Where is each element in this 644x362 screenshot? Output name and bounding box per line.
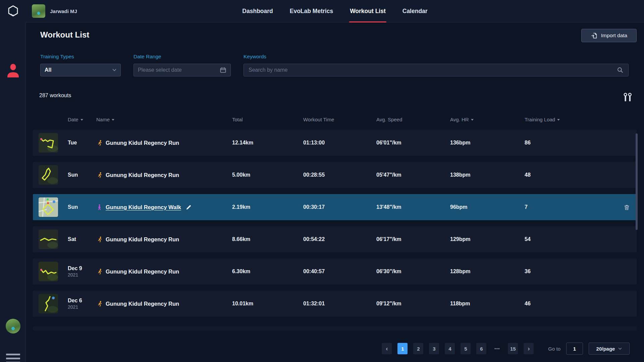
column-label: Total [232,117,243,122]
workout-name-link[interactable]: Gunung Kidul Regency Run [106,301,179,307]
top-nav: DashboardEvoLab MetricsWorkout ListCalen… [242,0,427,22]
name-cell: Gunung Kidul Regency Walk [96,204,232,210]
date-range-picker[interactable] [133,64,231,76]
import-label: Import data [601,33,627,39]
name-cell: Gunung Kidul Regency Run [96,301,232,307]
nav-tab-dashboard[interactable]: Dashboard [242,0,273,22]
table-row[interactable]: Sat Gunung Kidul Regency Run 8.66km 00:5… [33,226,637,252]
import-data-button[interactable]: Import data [581,29,637,42]
column-settings-button[interactable] [621,92,634,103]
athlete-profile-icon[interactable] [6,63,20,79]
run-icon [96,236,103,243]
workout-time: 00:54:22 [303,236,376,242]
chevron-down-icon [618,348,622,350]
total-distance: 12.14km [232,140,303,146]
run-icon [96,301,103,307]
user-avatar [32,4,45,18]
pagination-ellipsis[interactable]: ••• [492,346,502,351]
workout-time: 00:40:57 [303,268,376,275]
page-button-5[interactable]: 5 [461,343,471,354]
run-icon [96,140,103,146]
column-label: Training Load [525,117,555,122]
date-cell: Tue [68,140,96,146]
thumbnail-cell [39,165,68,185]
column-header-name[interactable]: Name [96,117,232,122]
page-button-15[interactable]: 15 [508,343,518,354]
prev-page-button[interactable]: ‹ [382,343,392,354]
brand-logo[interactable] [0,0,26,22]
keywords-search[interactable] [244,64,629,76]
workout-date: Sun [68,172,96,178]
page-button-6[interactable]: 6 [476,343,486,354]
training-load: 7 [525,204,616,210]
workout-name-link[interactable]: Gunung Kidul Regency Run [106,140,179,146]
next-page-button[interactable]: › [524,343,534,354]
edit-pencil-icon[interactable] [185,204,192,210]
table-row[interactable]: Sun Gunung Kidul Regency Walk 2.19km 00:… [33,194,637,220]
avg-speed: 05'47"/km [376,172,450,178]
workout-name-link[interactable]: Gunung Kidul Regency Run [106,172,179,178]
route-map-thumbnail[interactable] [39,165,58,185]
sort-caret-icon[interactable] [112,119,114,121]
total-distance: 10.01km [232,301,303,307]
table-row[interactable]: Sun Gunung Kidul Regency Run 5.00km 00:2… [33,162,637,188]
training-types-select[interactable]: All [40,64,121,76]
workout-name-link[interactable]: Gunung Kidul Regency Run [106,268,179,275]
goto-page-input[interactable] [566,343,583,355]
walk-icon [96,204,103,210]
delete-trash-icon[interactable] [623,204,630,211]
route-map-thumbnail[interactable] [39,133,58,153]
sort-caret-icon[interactable] [471,119,474,121]
table-row[interactable]: Dec 6 2021 Gunung Kidul Regency Run 10.0… [33,291,637,317]
route-map-thumbnail[interactable] [39,230,58,249]
column-header-avg-hr[interactable]: Avg. HR [450,117,525,122]
sort-caret-icon[interactable] [557,119,560,121]
total-distance: 5.00km [232,172,303,178]
run-icon [96,172,103,178]
nav-tab-calendar[interactable]: Calendar [402,0,428,22]
avg-hr: 138bpm [450,172,525,178]
name-cell: Gunung Kidul Regency Run [96,236,232,243]
route-map-thumbnail[interactable] [39,197,58,217]
sidebar-user-avatar[interactable] [6,319,20,334]
nav-tab-workout-list[interactable]: Workout List [350,0,386,22]
pagination: ‹123456•••15› Go to 20/page [33,343,630,355]
table-row[interactable]: Tue Gunung Kidul Regency Run 12.14km 01:… [33,130,637,156]
workout-name-link[interactable]: Gunung Kidul Regency Walk [106,204,181,210]
search-input[interactable] [249,67,617,73]
sort-caret-icon[interactable] [80,119,83,121]
training-load: 54 [525,236,616,242]
column-label: Avg. HR [450,117,469,122]
page-button-2[interactable]: 2 [413,343,423,354]
workout-date: Tue [68,140,96,146]
thumbnail-cell [39,197,68,217]
date-range-input[interactable] [138,67,220,73]
workout-table: DateNameTotalWorkout TimeAvg. SpeedAvg. … [33,109,637,323]
avg-hr: 129bpm [450,236,525,242]
column-header-total: Total [232,117,303,122]
page-size-select[interactable]: 20/page [589,343,630,355]
training-types-label: Training Types [40,54,74,60]
column-header-date[interactable]: Date [68,117,96,122]
training-load: 46 [525,301,616,307]
search-icon[interactable] [617,67,624,73]
table-body: Tue Gunung Kidul Regency Run 12.14km 01:… [33,130,637,317]
workout-name-link[interactable]: Gunung Kidul Regency Run [106,236,179,243]
user-chip[interactable]: Jarwadi MJ [32,4,77,18]
column-header-training-load[interactable]: Training Load [525,117,616,122]
route-map-thumbnail[interactable] [39,294,58,313]
scrollbar-thumb[interactable] [636,133,638,230]
table-row[interactable]: Dec 9 2021 Gunung Kidul Regency Run 6.30… [33,258,637,285]
page-button-1[interactable]: 1 [397,343,408,354]
workout-time: 00:28:55 [303,172,376,178]
avg-speed: 06'01"/km [376,140,450,146]
date-cell: Dec 6 2021 [68,298,96,310]
route-map-thumbnail[interactable] [39,262,58,281]
workout-time: 00:30:17 [303,204,376,210]
chevron-down-icon [112,69,116,71]
nav-tab-evolab-metrics[interactable]: EvoLab Metrics [290,0,333,22]
column-header-workout-time: Workout Time [303,117,376,122]
page-button-3[interactable]: 3 [429,343,439,354]
page-button-4[interactable]: 4 [445,343,455,354]
menu-hamburger-icon[interactable] [6,354,20,362]
